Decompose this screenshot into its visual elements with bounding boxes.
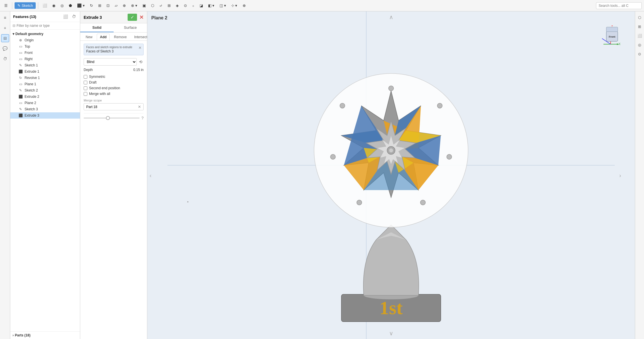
tree-content: ▾ Default geometry ⊕ Origin ▭ Top ▭ Fron…	[10, 30, 80, 331]
boolean-dropdown-btn[interactable]: ⊗ ▾	[129, 2, 139, 9]
mate-btn[interactable]: ◈	[174, 2, 181, 9]
nav-right-btn[interactable]: ›	[619, 172, 621, 178]
fillet-btn[interactable]: ◉	[50, 2, 57, 9]
nav-down-btn[interactable]: ∨	[389, 330, 393, 337]
tree-item-sketch3[interactable]: ✎ Sketch 3	[10, 106, 80, 112]
tree-item-origin[interactable]: ⊕ Origin	[10, 37, 80, 43]
help-btn[interactable]: ?	[141, 116, 144, 120]
svg-text:1st: 1st	[380, 297, 403, 318]
merge-all-checkbox[interactable]	[84, 92, 87, 96]
sidebar-icon-add[interactable]: +	[1, 24, 9, 32]
tree-item-extrude2[interactable]: ⬛ Extrude 2	[10, 94, 80, 100]
symmetric-checkbox[interactable]	[84, 75, 87, 79]
transform-btn[interactable]: ⊹ ▾	[229, 2, 240, 9]
dialog-cancel-btn[interactable]: ✕	[139, 14, 144, 21]
filter-input[interactable]	[17, 24, 78, 28]
tree-item-extrude3[interactable]: ⬛ Extrude 3	[10, 112, 80, 119]
sidebar-right-btn1[interactable]: ⬡	[636, 14, 643, 21]
tree-item-sketch3-label: Sketch 3	[25, 107, 77, 111]
merge-scope-row: Part 18 ✕	[84, 103, 144, 110]
sidebar-icon-tree[interactable]: ⊟	[1, 34, 9, 42]
subtab-new[interactable]: New	[82, 34, 96, 40]
merge-all-row: Merge with all	[84, 92, 144, 96]
tab-surface[interactable]: Surface	[114, 23, 147, 32]
tree-item-plane1[interactable]: ▭ Plane 1	[10, 81, 80, 87]
blind-select[interactable]: Blind	[84, 58, 137, 66]
tree-item-revolve1[interactable]: ↻ Revolve 1	[10, 75, 80, 81]
boolean-btn[interactable]: ⊕	[121, 2, 128, 9]
render-dropdown[interactable]: ◧ ▾	[206, 2, 217, 9]
sidebar-right-btn4[interactable]: ◎	[636, 41, 643, 48]
dimension-btn[interactable]: ⊞	[166, 2, 173, 9]
slider-track[interactable]	[84, 117, 140, 119]
new-btn[interactable]: ⬜	[41, 2, 49, 9]
tree-item-plane2[interactable]: ▭ Plane 2	[10, 100, 80, 106]
right-sidebar: ⬡ ⊞ ⬜ ◎ ⊙	[635, 11, 644, 339]
shell-btn[interactable]: ◎	[59, 2, 66, 9]
sidebar-icon-clock[interactable]: ⏱	[1, 55, 9, 63]
move-btn[interactable]: ⊡	[104, 2, 112, 9]
feature-expand-btn[interactable]: ⬜	[62, 14, 69, 19]
parts-section[interactable]: › Parts (18)	[10, 331, 80, 339]
subtab-remove[interactable]: Remove	[111, 34, 130, 40]
view-btn[interactable]: ◫ ▾	[218, 2, 228, 9]
tree-item-extrude1[interactable]: ⬛ Extrude 1	[10, 68, 80, 75]
nav-left-btn[interactable]: ‹	[150, 172, 152, 178]
faces-close-btn[interactable]: ✕	[138, 46, 142, 50]
render-btn[interactable]: ◪	[198, 2, 205, 9]
default-geometry-header[interactable]: ▾ Default geometry	[10, 31, 80, 37]
search-input[interactable]	[596, 2, 642, 9]
chevron-down-icon: ▾	[13, 32, 14, 36]
tree-item-front-label: Front	[25, 51, 77, 55]
sidebar-right-btn2[interactable]: ⊞	[636, 23, 643, 30]
sidebar-icon-comment[interactable]: 💬	[1, 44, 9, 52]
divider-1	[12, 2, 12, 9]
plane-btn[interactable]: ▱	[113, 2, 120, 9]
tool2[interactable]: ⬦	[190, 2, 196, 9]
tree-item-top[interactable]: ▭ Top	[10, 43, 80, 50]
feature-clock-btn[interactable]: ⏱	[71, 14, 77, 19]
chamfer-btn[interactable]: ⬡	[149, 2, 156, 9]
subtab-add[interactable]: Add	[97, 34, 110, 40]
dialog-panel: Extrude 3 ✓ ✕ Solid Surface New Add Remo…	[80, 11, 147, 339]
flip-btn[interactable]: ⟲	[138, 58, 144, 65]
subtab-intersect[interactable]: Intersect	[131, 34, 147, 40]
sidebar-icon-features[interactable]: ≡	[1, 14, 9, 22]
tree-item-sketch2-label: Sketch 2	[25, 88, 77, 92]
tab-solid[interactable]: Solid	[80, 23, 114, 32]
crosshair-btn[interactable]: ⊕	[241, 2, 248, 9]
extrude3-active-icon: ⬛	[18, 113, 23, 117]
sidebar-right-btn3[interactable]: ⬜	[636, 32, 643, 39]
feature-header: Features (13) ⬜ ⏱	[10, 11, 80, 22]
draft-checkbox[interactable]	[84, 81, 87, 84]
hollow-btn[interactable]: ▣	[140, 2, 148, 9]
sketch2-icon: ✎	[18, 88, 23, 92]
dialog-header: Extrude 3 ✓ ✕	[80, 11, 147, 23]
slider-thumb[interactable]	[106, 116, 110, 120]
front-icon: ▭	[18, 51, 23, 55]
nav-up-btn[interactable]: ∧	[389, 14, 393, 21]
tree-item-right[interactable]: ▭ Right	[10, 56, 80, 62]
top-icon: ▭	[18, 44, 23, 48]
tree-item-sketch1[interactable]: ✎ Sketch 1	[10, 62, 80, 68]
merge-scope-section: Merge scope Part 18 ✕	[84, 99, 144, 110]
tree-item-sketch2[interactable]: ✎ Sketch 2	[10, 87, 80, 94]
helix-btn[interactable]: ⤾	[157, 2, 164, 9]
menu-button[interactable]: ☰	[2, 2, 10, 9]
sidebar-right-btn5[interactable]: ⊙	[636, 50, 643, 58]
draft-row: Draft	[84, 80, 144, 84]
extrude-dropdown-btn[interactable]: ⬛ ▾	[75, 2, 87, 9]
viewport[interactable]: Plane 2 1st	[147, 11, 635, 339]
tree-item-front[interactable]: ▭ Front	[10, 50, 80, 56]
sketch-button[interactable]: ✎ Sketch	[15, 2, 36, 9]
default-geometry-label: Default geometry	[15, 32, 43, 36]
mirror-btn[interactable]: ⊞	[96, 2, 103, 9]
merge-scope-close-btn[interactable]: ✕	[138, 105, 141, 109]
svg-point-24	[437, 103, 442, 108]
tool1[interactable]: ⊙	[182, 2, 189, 9]
loft-btn[interactable]: ⬟	[67, 2, 74, 9]
tree-item-origin-label: Origin	[25, 38, 77, 42]
revolve-btn[interactable]: ↻	[88, 2, 95, 9]
dialog-confirm-btn[interactable]: ✓	[128, 14, 137, 21]
second-end-checkbox[interactable]	[84, 86, 87, 90]
